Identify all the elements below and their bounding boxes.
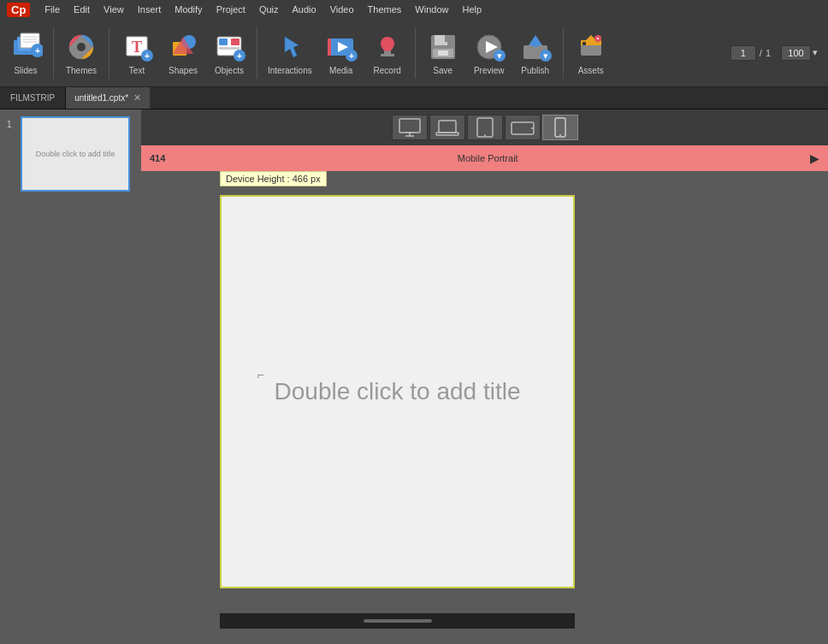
toolbar-publish[interactable]: ▾ Publish [513, 27, 558, 79]
device-btn-tablet[interactable] [467, 115, 503, 140]
svg-rect-42 [533, 38, 538, 47]
interactions-icon [273, 30, 307, 64]
themes-icon [64, 30, 98, 64]
objects-icon: + [212, 30, 246, 64]
svg-rect-30 [381, 54, 394, 56]
publish-icon: ▾ [518, 30, 553, 64]
slide-number-1: 1 [7, 116, 17, 129]
toolbar-themes-label: Themes [66, 66, 97, 75]
assets-icon [574, 30, 608, 64]
toolbar-publish-label: Publish [521, 66, 549, 75]
slide-item-1: 1 Double click to add title [7, 116, 134, 192]
toolbar-slides[interactable]: + Slides [3, 27, 48, 79]
menu-help[interactable]: Help [456, 3, 488, 16]
mobile-device-label: Mobile Portrait [458, 153, 518, 163]
device-btn-desktop[interactable] [392, 115, 428, 140]
menu-themes[interactable]: Themes [362, 3, 408, 16]
file-tab-name: untitled1.cptx* [74, 93, 128, 103]
svg-rect-59 [555, 118, 565, 137]
toolbar-assets-label: Assets [578, 66, 604, 75]
svg-text:+: + [145, 50, 150, 61]
toolbar-record[interactable]: Record [365, 27, 410, 79]
menu-window[interactable]: Window [409, 3, 454, 16]
toolbar-separator-4 [415, 27, 416, 79]
zoom-icon[interactable]: ▾ [813, 47, 818, 58]
toolbar-interactions[interactable]: Interactions [263, 27, 317, 79]
toolbar-shapes[interactable]: Shapes [161, 27, 205, 79]
menu-modify[interactable]: Modify [169, 3, 208, 16]
svg-rect-35 [438, 50, 448, 56]
device-btn-phone-landscape[interactable] [505, 115, 541, 140]
menu-file[interactable]: File [38, 3, 66, 16]
toolbar-save[interactable]: Save [421, 27, 465, 79]
text-icon: T + [120, 30, 154, 64]
preview-icon: ▾ [472, 30, 506, 64]
svg-rect-18 [219, 38, 228, 45]
page-separator: / [760, 48, 762, 58]
device-buttons [392, 115, 578, 140]
svg-rect-47 [583, 42, 586, 45]
page-current-input[interactable] [730, 45, 756, 61]
toolbar-text[interactable]: T + Text [115, 27, 159, 79]
save-icon [426, 30, 460, 64]
toolbar-objects[interactable]: + Objects [207, 27, 251, 79]
menu-audio[interactable]: Audio [287, 3, 322, 16]
device-btn-laptop[interactable] [429, 115, 465, 140]
main-content: 1 Double click to add title [0, 109, 828, 644]
menu-video[interactable]: Video [324, 3, 360, 16]
toolbar-separator-5 [563, 27, 564, 79]
media-icon: + [324, 30, 358, 64]
toolbar-media[interactable]: + Media [319, 27, 364, 79]
svg-rect-19 [231, 38, 240, 45]
toolbar-record-label: Record [374, 66, 401, 75]
svg-rect-53 [439, 121, 456, 133]
placeholder-corner-icon: ⌐ [257, 368, 264, 381]
menu-edit[interactable]: Edit [68, 3, 96, 16]
toolbar-themes[interactable]: Themes [59, 27, 104, 79]
menu-insert[interactable]: Insert [132, 3, 168, 16]
toolbar-separator-1 [53, 27, 54, 79]
svg-rect-25 [328, 38, 331, 56]
app-logo: Cp [7, 3, 30, 17]
menu-project[interactable]: Project [210, 3, 251, 16]
toolbar-preview[interactable]: ▾ Preview [467, 27, 512, 79]
device-height-label: Device Height : 466 px [220, 171, 327, 186]
menubar: Cp File Edit View Insert Modify Project … [0, 0, 828, 19]
svg-text:▾: ▾ [497, 50, 502, 61]
filmstrip-label: FILMSTRIP [0, 87, 66, 109]
filmstrip-panel: 1 Double click to add title [0, 109, 141, 644]
file-tab[interactable]: untitled1.cptx* ✕ [66, 87, 151, 109]
toolbar-separator-3 [257, 27, 257, 79]
mobile-collapse-arrow[interactable]: ▶ [810, 151, 819, 165]
record-icon [370, 30, 405, 64]
svg-point-60 [559, 134, 561, 136]
slides-icon: + [9, 30, 43, 64]
phone-home-indicator [364, 619, 432, 623]
slide-canvas[interactable]: ⌐ Double click to add title [220, 195, 575, 588]
slide-thumb-placeholder: Double click to add title [36, 150, 115, 158]
svg-text:T: T [132, 38, 142, 56]
toolbar: + Slides Themes T + [0, 19, 828, 87]
toolbar-text-label: Text [129, 66, 145, 75]
toolbar-separator-2 [109, 27, 109, 79]
svg-rect-54 [436, 133, 458, 135]
slide-thumbnail-1[interactable]: Double click to add title [21, 116, 130, 192]
toolbar-interactions-label: Interactions [268, 66, 312, 75]
menu-view[interactable]: View [98, 3, 130, 16]
menu-quiz[interactable]: Quiz [253, 3, 285, 16]
svg-rect-49 [399, 119, 420, 133]
zoom-input[interactable] [781, 45, 811, 61]
svg-text:+: + [348, 50, 353, 61]
svg-point-56 [484, 134, 486, 136]
mobile-label-bar: 414 Mobile Portrait ▶ [141, 145, 828, 171]
page-total: 1 [766, 48, 771, 58]
toolbar-preview-label: Preview [474, 66, 505, 75]
shapes-icon [166, 30, 200, 64]
svg-rect-33 [445, 35, 447, 42]
slide-placeholder-text: Double click to add title [275, 378, 521, 405]
toolbar-assets[interactable]: Assets [569, 27, 613, 79]
svg-text:+: + [35, 45, 40, 56]
device-btn-phone-portrait[interactable] [542, 115, 578, 140]
svg-rect-57 [512, 122, 534, 134]
file-tab-close[interactable]: ✕ [133, 92, 141, 103]
